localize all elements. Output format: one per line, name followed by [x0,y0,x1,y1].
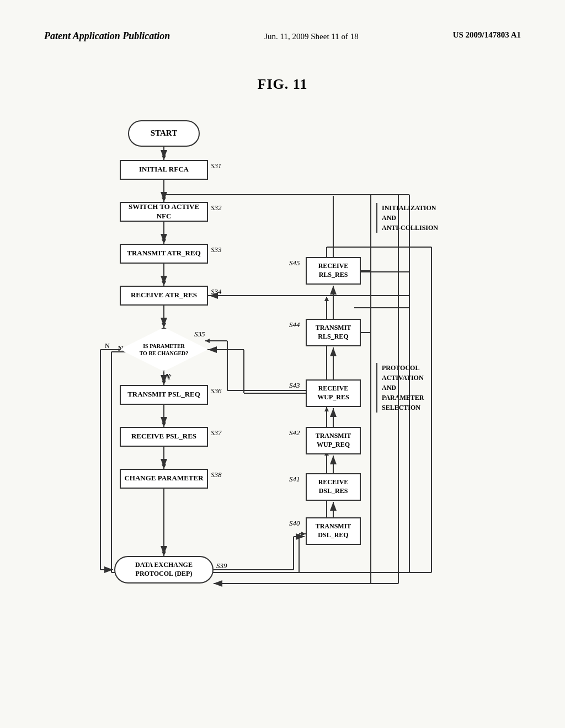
svg-text:Y: Y [167,373,172,381]
svg-marker-16 [162,381,166,385]
s45-label: S45 [289,259,300,267]
s40-label: S40 [289,519,300,528]
svg-marker-31 [324,297,329,301]
header: Patent Application Publication Jun. 11, … [0,0,565,54]
s43-label: S43 [289,381,300,390]
s42-label: S42 [289,429,300,437]
svg-marker-35 [301,532,306,536]
figure-title: FIG. 11 [0,76,565,93]
publication-label: Patent Application Publication [44,30,170,41]
svg-text:Y: Y [166,372,171,380]
svg-marker-21 [162,464,166,469]
page: Patent Application Publication Jun. 11, … [0,0,565,728]
sheet-label: Jun. 11, 2009 Sheet 11 of 18 [264,32,359,41]
diagram-container: N Y [56,109,509,633]
s44-box: TRANSMITRLS_REQ [306,319,361,346]
s32-box: SWITCH TO ACTIVE NFC [120,202,208,222]
svg-marker-29 [324,407,329,411]
svg-marker-3 [162,197,166,202]
initialization-label: INITIALIZATIONANDANTI-COLLISION [376,203,438,233]
s38-label: S38 [211,470,222,479]
svg-marker-1 [162,156,166,160]
s32-label: S32 [211,204,222,212]
header-left: Patent Application Publication [44,30,170,42]
s44-label: S44 [289,320,300,329]
s35-label: S35 [194,330,205,339]
start-box: START [128,120,200,147]
s37-label: S37 [211,429,222,437]
s39-box: DATA EXCHANGE PROTOCOL (DEP) [114,556,214,584]
svg-text:N: N [105,342,110,350]
svg-marker-23 [162,552,166,556]
svg-marker-9 [162,323,166,328]
s41-box: RECEIVEDSL_RES [306,473,361,501]
svg-marker-55 [324,297,329,301]
s43-box: RECEIVEWUP_RES [306,379,361,407]
s37-box: RECEIVE PSL_RES [120,427,208,447]
s31-box: INITIAL RFCA [120,160,208,180]
s34-label: S34 [211,287,222,296]
svg-marker-19 [162,422,166,427]
s45-box: RECEIVERLS_RES [306,257,361,285]
s34-box: RECEIVE ATR_RES [120,286,208,306]
svg-marker-7 [162,281,166,286]
s42-box: TRANSMITWUP_REQ [306,427,361,454]
s33-label: S33 [211,245,222,254]
patent-number: US 2009/147803 A1 [453,30,521,39]
header-center: Jun. 11, 2009 Sheet 11 of 18 [264,30,359,43]
s36-label: S36 [211,387,222,395]
s40-box: TRANSMITDSL_REQ [306,517,361,545]
s33-box: TRANSMIT ATR_REQ [120,244,208,264]
header-right: US 2009/147803 A1 [453,30,521,40]
s31-label: S31 [211,162,222,170]
s41-label: S41 [289,475,300,484]
s38-box: CHANGE PARAMETER [120,469,208,489]
s36-box: TRANSMIT PSL_REQ [120,385,208,405]
protocol-activation-label: PROTOCOLACTIVATIONANDPARAMETERSELECTION [376,363,424,413]
svg-marker-5 [162,239,166,244]
s39-label: S39 [216,561,227,570]
